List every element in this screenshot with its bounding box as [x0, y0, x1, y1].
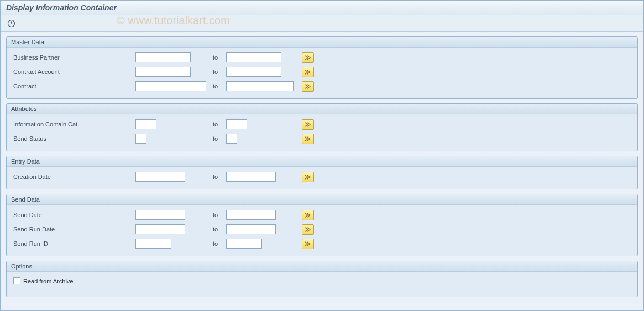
info-contain-cat-from-input[interactable]: [135, 119, 156, 129]
label-business-partner: Business Partner: [11, 54, 135, 61]
group-header: Options: [7, 261, 637, 272]
send-status-from-input[interactable]: [135, 134, 146, 144]
row-creation-date: Creation Date to: [11, 170, 633, 183]
send-run-id-to-input[interactable]: [226, 239, 262, 249]
toolbar: [1, 15, 643, 32]
row-contract: Contract to: [11, 80, 633, 93]
send-status-to-input[interactable]: [226, 134, 237, 144]
contract-multi-button[interactable]: [302, 81, 314, 92]
info-contain-cat-multi-button[interactable]: [302, 119, 314, 130]
to-label: to: [213, 240, 226, 247]
to-label: to: [213, 226, 226, 233]
to-label: to: [213, 83, 226, 89]
row-send-status: Send Status to: [11, 132, 633, 145]
execute-icon[interactable]: [6, 18, 16, 28]
to-label: to: [213, 135, 226, 142]
send-run-date-from-input[interactable]: [135, 224, 185, 234]
creation-date-to-input[interactable]: [226, 172, 276, 182]
contract-from-input[interactable]: [135, 81, 206, 91]
row-send-run-date: Send Run Date to: [11, 223, 633, 236]
business-partner-multi-button[interactable]: [302, 52, 314, 63]
send-run-id-from-input[interactable]: [135, 239, 171, 249]
page-title: Display Information Container: [1, 1, 643, 15]
group-attributes: Attributes Information Contain.Cat. to S…: [6, 103, 638, 151]
label-send-run-date: Send Run Date: [11, 226, 135, 233]
group-header: Master Data: [7, 37, 637, 48]
label-info-contain-cat: Information Contain.Cat.: [11, 121, 135, 128]
group-send-data: Send Data Send Date to Send Run Date to: [6, 194, 638, 256]
contract-account-from-input[interactable]: [135, 67, 191, 77]
app-window: Display Information Container © www.tuto…: [0, 0, 644, 311]
row-read-from-archive: Read from Archive: [11, 275, 633, 287]
label-send-status: Send Status: [11, 135, 135, 142]
send-date-multi-button[interactable]: [302, 210, 314, 220]
group-entry-data: Entry Data Creation Date to: [6, 156, 638, 189]
to-label: to: [213, 68, 226, 75]
group-master-data: Master Data Business Partner to Contract…: [6, 36, 638, 99]
svg-line-2: [11, 23, 13, 24]
row-business-partner: Business Partner to: [11, 51, 633, 64]
label-contract: Contract: [11, 83, 135, 89]
send-run-date-to-input[interactable]: [226, 224, 276, 234]
label-send-run-id: Send Run ID: [11, 240, 135, 247]
info-contain-cat-to-input[interactable]: [226, 119, 247, 129]
group-header: Attributes: [7, 104, 637, 114]
content-area: Master Data Business Partner to Contract…: [1, 32, 643, 307]
send-date-from-input[interactable]: [135, 210, 185, 220]
group-header: Entry Data: [7, 156, 637, 167]
row-info-contain-cat: Information Contain.Cat. to: [11, 118, 633, 131]
to-label: to: [213, 212, 226, 218]
to-label: to: [213, 54, 226, 61]
read-from-archive-checkbox[interactable]: [13, 277, 20, 284]
label-creation-date: Creation Date: [11, 173, 135, 180]
row-contract-account: Contract Account to: [11, 65, 633, 78]
send-status-multi-button[interactable]: [302, 134, 314, 144]
contract-account-multi-button[interactable]: [302, 67, 314, 77]
send-run-date-multi-button[interactable]: [302, 224, 314, 235]
row-send-run-id: Send Run ID to: [11, 237, 633, 250]
creation-date-multi-button[interactable]: [302, 172, 314, 182]
send-run-id-multi-button[interactable]: [302, 239, 314, 249]
contract-to-input[interactable]: [226, 81, 294, 91]
label-send-date: Send Date: [11, 212, 135, 218]
to-label: to: [213, 121, 226, 128]
label-read-from-archive: Read from Archive: [23, 278, 73, 284]
contract-account-to-input[interactable]: [226, 67, 281, 77]
label-contract-account: Contract Account: [11, 68, 135, 75]
send-date-to-input[interactable]: [226, 210, 276, 220]
creation-date-from-input[interactable]: [135, 172, 185, 182]
row-send-date: Send Date to: [11, 208, 633, 222]
group-options: Options Read from Archive: [6, 261, 638, 297]
business-partner-from-input[interactable]: [135, 52, 191, 62]
business-partner-to-input[interactable]: [226, 52, 281, 62]
to-label: to: [213, 173, 226, 180]
group-header: Send Data: [7, 194, 637, 205]
